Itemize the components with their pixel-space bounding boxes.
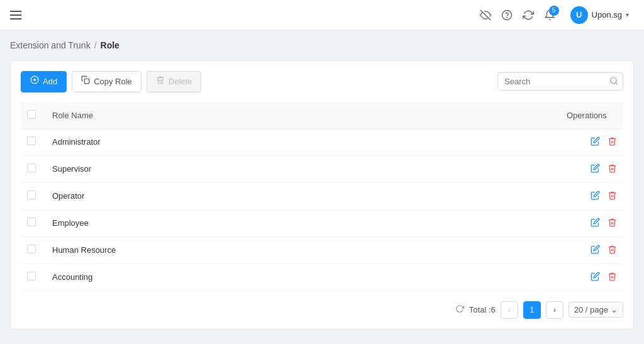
breadcrumb: Extension and Trunk / Role [10,40,634,50]
row-checkbox-cell [21,128,46,155]
op-icons [567,191,617,202]
breadcrumb-separator: / [94,40,97,50]
search-icon[interactable] [609,76,618,87]
navbar-right: 5 U Upon.sg ▾ [480,4,634,26]
op-icons [567,245,617,256]
operations-cell [560,236,623,264]
page-1-button[interactable]: 1 [523,301,541,319]
row-checkbox-cell [21,155,46,182]
plus-circle-icon [30,75,39,88]
next-page-button[interactable]: › [546,301,564,319]
role-name-cell: Employee [46,209,560,236]
avatar: U [570,6,588,24]
role-name-cell: Human Resource [46,236,560,264]
roles-table: Role Name Operations Administrator [21,103,623,291]
row-checkbox-0[interactable] [27,136,36,145]
breadcrumb-current: Role [101,40,119,50]
copy-role-label: Copy Role [94,76,132,87]
toolbar-left: Add Copy Role [21,71,201,92]
row-checkbox-2[interactable] [27,191,36,199]
search-input[interactable] [497,72,623,91]
page-size-selector[interactable]: 20 / page ⌄ [569,302,623,318]
table-row: Supervisor [21,155,623,182]
delete-icon-4[interactable] [608,245,617,256]
edit-icon-5[interactable] [591,272,600,283]
table-row: Employee [21,209,623,236]
delete-label: Delete [169,76,192,87]
navbar: 5 U Upon.sg ▾ [0,0,644,30]
content-card: Add Copy Role [10,60,634,330]
op-icons [567,164,617,175]
copy-icon [81,75,90,88]
svg-line-8 [616,82,618,84]
edit-icon-0[interactable] [591,136,600,148]
op-icons [567,136,617,148]
row-checkbox-cell [21,209,46,236]
table-row: Accounting [21,264,623,291]
operations-cell [560,128,623,155]
table-body: Administrator [21,128,623,291]
operations-cell [560,182,623,209]
navbar-left [10,11,21,19]
operations-cell [560,155,623,182]
delete-icon-2[interactable] [608,191,617,202]
role-name-cell: Accounting [46,264,560,291]
trash-icon [156,75,165,88]
prev-page-button[interactable]: ‹ [501,301,518,319]
delete-icon-5[interactable] [608,272,617,283]
refresh-icon[interactable] [455,304,464,315]
add-label: Add [43,76,57,87]
table-row: Operator [21,182,623,209]
table-row: Human Resource [21,236,623,264]
chevron-down-icon: ▾ [626,11,629,18]
operations-cell [560,264,623,291]
hamburger-button[interactable] [10,11,21,19]
row-checkbox-5[interactable] [27,272,36,280]
row-checkbox-cell [21,236,46,264]
row-checkbox-4[interactable] [27,245,36,253]
page-size-label: 20 / page [574,305,608,314]
add-button[interactable]: Add [21,71,67,92]
bell-icon[interactable]: 5 [544,9,555,21]
op-icons [567,218,617,229]
select-all-checkbox[interactable] [27,110,36,119]
col-role-name-header: Role Name [46,103,560,129]
edit-icon-2[interactable] [591,191,600,202]
row-checkbox-1[interactable] [27,164,36,172]
breadcrumb-parent[interactable]: Extension and Trunk [10,40,91,50]
sync-icon[interactable] [523,9,534,21]
svg-rect-6 [84,79,89,84]
delete-icon-1[interactable] [608,164,617,175]
role-name-cell: Administrator [46,128,560,155]
row-checkbox-cell [21,182,46,209]
eye-slash-icon[interactable] [480,9,491,21]
username-label: Upon.sg [592,10,622,19]
question-icon[interactable] [501,9,513,21]
row-checkbox-cell [21,264,46,291]
operations-cell [560,209,623,236]
search-wrapper [497,72,623,91]
table-row: Administrator [21,128,623,155]
svg-point-7 [611,77,616,83]
pagination: Total :6 ‹ 1 › 20 / page ⌄ [21,301,623,319]
header-checkbox-cell [21,103,46,129]
op-icons [567,272,617,283]
role-name-cell: Supervisor [46,155,560,182]
avatar-button[interactable]: U Upon.sg ▾ [565,4,634,26]
col-operations-header: Operations [560,103,623,129]
edit-icon-1[interactable] [591,164,600,175]
main-content: Extension and Trunk / Role Add [0,30,644,340]
total-label: Total :6 [469,305,496,314]
edit-icon-4[interactable] [591,245,600,256]
delete-icon-3[interactable] [608,218,617,229]
svg-point-1 [502,10,511,19]
role-name-cell: Operator [46,182,560,209]
edit-icon-3[interactable] [591,218,600,229]
delete-icon-0[interactable] [608,136,617,148]
bell-badge: 5 [549,6,559,16]
copy-role-button[interactable]: Copy Role [72,71,142,92]
page-size-chevron-icon: ⌄ [611,305,618,314]
row-checkbox-3[interactable] [27,218,36,226]
toolbar: Add Copy Role [21,71,623,92]
delete-button[interactable]: Delete [147,71,202,92]
